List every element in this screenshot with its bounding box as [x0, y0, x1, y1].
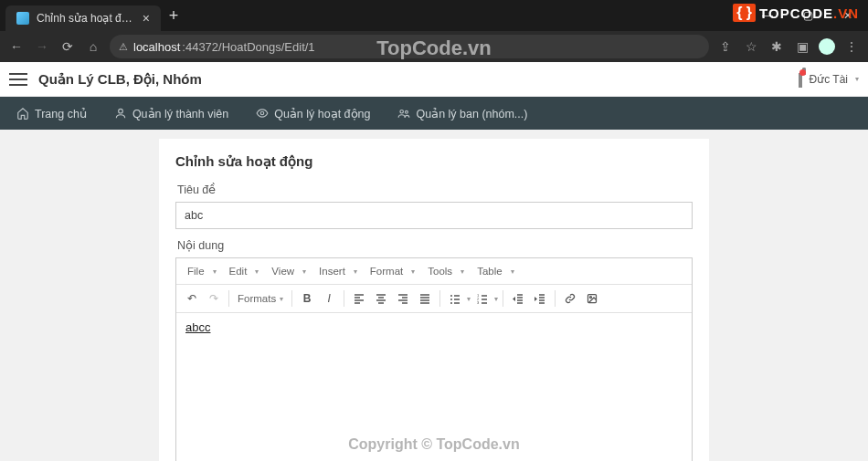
page-heading: Chỉnh sửa hoạt động — [175, 153, 693, 170]
close-tab-icon[interactable]: × — [143, 12, 150, 25]
users-icon — [397, 107, 410, 120]
nav-members-label: Quản lý thành viên — [132, 107, 228, 120]
align-center-button[interactable] — [371, 288, 391, 309]
svg-point-11 — [590, 297, 592, 299]
editor-content: abcc — [185, 320, 210, 334]
content-area: Chỉnh sửa hoạt động Tiêu đề Nội dung Fil… — [0, 130, 868, 461]
align-left-button[interactable] — [349, 288, 369, 309]
nav-home-label: Trang chủ — [35, 107, 87, 120]
chevron-down-icon: ▾ — [855, 75, 859, 83]
nav-activities[interactable]: Quản lý hoạt động — [243, 97, 383, 130]
svg-point-4 — [450, 295, 452, 297]
topcode-logo: { } TOPCODE.VN — [733, 4, 859, 22]
edit-card: Chỉnh sửa hoạt động Tiêu đề Nội dung Fil… — [159, 139, 709, 461]
title-label: Tiêu đề — [177, 183, 693, 196]
nav-forward-button[interactable]: → — [33, 39, 51, 54]
title-input[interactable] — [175, 202, 693, 229]
user-icon — [114, 107, 127, 120]
bookmark-icon[interactable]: ☆ — [742, 39, 760, 54]
rich-text-editor: File▾ Edit▾ View▾ Insert▾ Format▾ Tools▾… — [175, 257, 693, 461]
user-area[interactable]: Đức Tài ▾ — [799, 73, 859, 86]
bullet-list-button[interactable] — [445, 288, 465, 309]
menu-table[interactable]: Table▾ — [471, 262, 520, 280]
nav-home[interactable]: Trang chủ — [4, 97, 100, 130]
align-right-button[interactable] — [393, 288, 413, 309]
svg-point-1 — [260, 111, 264, 115]
browser-tab[interactable]: Chỉnh sửa hoạt động × — [5, 5, 161, 31]
editor-menubar: File▾ Edit▾ View▾ Insert▾ Format▾ Tools▾… — [176, 258, 692, 285]
redo-button[interactable]: ↷ — [204, 288, 224, 309]
address-bar[interactable]: ⚠ localhost:44372/HoatDongs/Edit/1 — [110, 35, 709, 58]
link-button[interactable] — [560, 288, 580, 309]
browser-toolbar: ← → ⟳ ⌂ ⚠ localhost:44372/HoatDongs/Edit… — [0, 31, 868, 62]
new-tab-button[interactable]: + — [161, 0, 186, 31]
menu-format[interactable]: Format▾ — [365, 262, 420, 280]
cart-icon[interactable] — [799, 73, 802, 86]
ext2-icon[interactable]: ▣ — [793, 39, 811, 54]
app-header: Quản Lý CLB, Đội, Nhóm Đức Tài ▾ — [0, 62, 868, 97]
bold-button[interactable]: B — [297, 288, 317, 309]
nav-activities-label: Quản lý hoạt động — [274, 107, 370, 120]
content-label: Nội dung — [177, 238, 693, 252]
logo-text-b: .VN — [833, 5, 859, 21]
align-justify-button[interactable] — [415, 288, 435, 309]
svg-text:3: 3 — [477, 300, 480, 304]
user-name: Đức Tài — [810, 73, 848, 86]
indent-button[interactable] — [530, 288, 550, 309]
svg-point-6 — [450, 302, 452, 304]
favicon-icon — [16, 12, 29, 25]
menu-file[interactable]: File▾ — [182, 262, 222, 280]
outdent-button[interactable] — [508, 288, 528, 309]
url-path: :44372/HoatDongs/Edit/1 — [182, 40, 314, 54]
nav-back-button[interactable]: ← — [7, 39, 26, 54]
home-icon — [16, 107, 29, 120]
insecure-icon: ⚠ — [119, 41, 128, 53]
tab-title: Chỉnh sửa hoạt động — [37, 12, 135, 25]
nav-members[interactable]: Quản lý thành viên — [101, 97, 241, 130]
editor-toolbar: ↶ ↷ Formats▾ B I ▾ 123 ▾ — [176, 285, 692, 313]
menu-edit[interactable]: Edit▾ — [224, 262, 265, 280]
eye-icon — [256, 107, 269, 120]
nav-teams-label: Quản lý ban (nhóm...) — [416, 107, 527, 120]
menu-icon[interactable]: ⋮ — [842, 39, 861, 54]
editor-body[interactable]: abcc — [176, 313, 692, 461]
formats-dropdown[interactable]: Formats▾ — [234, 293, 287, 304]
share-icon[interactable]: ⇪ — [716, 39, 735, 54]
nav-reload-button[interactable]: ⟳ — [58, 39, 77, 54]
extensions-icon[interactable]: ✱ — [767, 39, 786, 54]
svg-point-3 — [406, 110, 408, 113]
number-list-button[interactable]: 123 — [472, 288, 492, 309]
menu-toggle-button[interactable] — [9, 73, 27, 86]
italic-button[interactable]: I — [319, 288, 339, 309]
nav-teams[interactable]: Quản lý ban (nhóm...) — [385, 97, 540, 130]
app-title: Quản Lý CLB, Đội, Nhóm — [38, 71, 202, 88]
app-nav: Trang chủ Quản lý thành viên Quản lý hoạ… — [0, 97, 868, 130]
profile-icon[interactable] — [819, 38, 835, 55]
nav-home-button[interactable]: ⌂ — [84, 39, 102, 54]
image-button[interactable] — [582, 288, 602, 309]
menu-tools[interactable]: Tools▾ — [422, 262, 470, 280]
page: Quản Lý CLB, Đội, Nhóm Đức Tài ▾ Trang c… — [0, 62, 868, 461]
logo-bracket-icon: { } — [733, 4, 756, 22]
svg-point-0 — [119, 109, 123, 113]
menu-insert[interactable]: Insert▾ — [313, 262, 363, 280]
undo-button[interactable]: ↶ — [182, 288, 202, 309]
url-host: localhost — [133, 40, 180, 54]
logo-text-a: TOPCODE — [759, 5, 833, 21]
svg-point-2 — [400, 110, 404, 114]
svg-point-5 — [450, 299, 452, 300]
menu-view[interactable]: View▾ — [266, 262, 312, 280]
